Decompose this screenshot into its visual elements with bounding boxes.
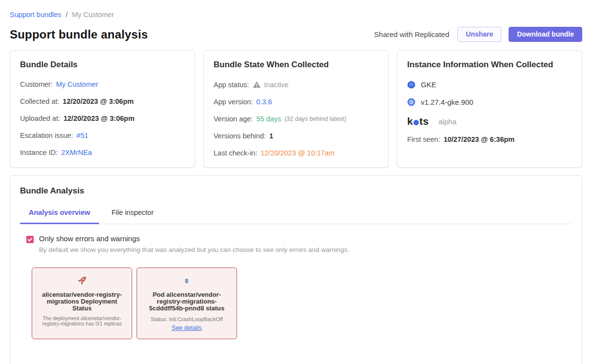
kubernetes-version-value: v1.27.4-gke.900 [421, 98, 473, 106]
broken-image-icon [185, 279, 188, 283]
escalation-issue-row: Escalation issue: #51 [20, 132, 185, 139]
shared-status-text: Shared with Replicated [374, 30, 449, 38]
collected-at-label: Collected at: [20, 97, 59, 105]
version-age-note: (32 days behind latest) [284, 115, 346, 122]
unshare-button[interactable]: Unshare [457, 27, 501, 42]
gke-icon [407, 80, 415, 89]
only-errors-checkbox[interactable] [26, 236, 34, 243]
error-card-title: Pod alicenstar/vendor-registry-migration… [143, 291, 231, 312]
breadcrumb: Support bundles / My Customer [10, 11, 582, 19]
instance-id-label: Instance ID: [20, 149, 58, 156]
customer-link[interactable]: My Customer [56, 80, 98, 88]
kubernetes-version-row: v1.27.4-gke.900 [407, 98, 572, 106]
version-age-row: Version age: 55 days (32 days behind lat… [214, 115, 378, 123]
filter-description: By default we show you everything that w… [39, 246, 349, 253]
kots-row: kts alpha [407, 115, 572, 127]
distribution-row: GKE [407, 80, 572, 89]
instance-info-title: Instance Information When Collected [407, 60, 572, 70]
app-status-value: Inactive [264, 81, 289, 89]
customer-label: Customer: [20, 80, 53, 88]
error-icon-wrap [38, 274, 126, 287]
error-card-title: alicenstar/vendor-registry-migrations De… [38, 291, 126, 312]
kots-logo-ts: ts [419, 115, 429, 127]
instance-id-row: Instance ID: 2XMrNEa [20, 149, 185, 156]
bundle-details-title: Bundle Details [20, 60, 185, 70]
kots-logo-k: k [407, 115, 413, 127]
page-title: Support bundle analysis [10, 28, 148, 41]
last-checkin-value: 12/20/2023 @ 10:17am [260, 149, 335, 157]
bundle-analysis-title: Bundle Analysis [20, 186, 572, 196]
uploaded-at-label: Uploaded at: [20, 115, 60, 122]
warning-icon [253, 80, 261, 89]
bundle-details-card: Bundle Details Customer: My Customer Col… [10, 50, 195, 168]
app-version-row: App version: 0.3.6 [214, 98, 378, 106]
versions-behind-label: Versions behind: [214, 132, 266, 140]
version-age-value: 55 days [256, 115, 281, 123]
uploaded-at-row: Uploaded at: 12/20/2023 @ 3:06pm [20, 115, 185, 122]
escalation-issue-link[interactable]: #51 [77, 132, 88, 139]
bundle-analysis-card: Bundle Analysis Analysis overview File i… [10, 175, 582, 364]
kots-channel: alpha [438, 117, 456, 126]
filter-row: Only show errors and warnings By default… [20, 234, 572, 253]
first-seen-row: First seen: 10/27/2023 @ 6:36pm [407, 135, 572, 143]
last-checkin-label: Last check-in: [214, 149, 257, 157]
filter-label[interactable]: Only show errors and warnings [39, 234, 349, 243]
tab-file-inspector[interactable]: File inspector [103, 209, 162, 224]
uploaded-at-value: 12/20/2023 @ 3:06pm [63, 115, 135, 122]
app-version-label: App version: [214, 98, 253, 106]
escalation-issue-label: Escalation issue: [20, 132, 73, 139]
version-age-label: Version age: [214, 115, 253, 123]
breadcrumb-current: My Customer [72, 11, 114, 19]
kots-logo: kts [407, 115, 429, 127]
kots-logo-dot-icon [414, 120, 419, 125]
error-card-status: Status: Init:CrashLoopBackOff [143, 316, 231, 322]
distribution-value: GKE [421, 80, 436, 89]
last-checkin-row: Last check-in: 12/20/2023 @ 10:17am [214, 149, 378, 157]
error-icon-wrap [143, 274, 231, 287]
rocket-icon [76, 275, 88, 287]
checkmark-icon [27, 237, 33, 242]
tab-analysis-overview[interactable]: Analysis overview [20, 209, 99, 224]
deployment-status-error-card[interactable]: alicenstar/vendor-registry-migrations De… [32, 268, 132, 339]
analysis-tabs: Analysis overview File inspector [20, 209, 572, 224]
pod-status-error-card[interactable]: Pod alicenstar/vendor-registry-migration… [137, 268, 237, 339]
bundle-state-title: Bundle State When Collected [214, 60, 378, 70]
breadcrumb-support-bundles-link[interactable]: Support bundles [10, 11, 61, 19]
breadcrumb-separator: / [66, 11, 68, 19]
kubernetes-icon [407, 98, 415, 106]
app-version-link[interactable]: 0.3.6 [256, 98, 272, 106]
instance-id-link[interactable]: 2XMrNEa [61, 149, 92, 156]
first-seen-label: First seen: [407, 135, 440, 143]
customer-row: Customer: My Customer [20, 80, 185, 88]
support-bundle-page: Support bundles / My Customer Support bu… [0, 0, 591, 364]
download-bundle-button[interactable]: Download bundle [509, 27, 582, 42]
versions-behind-value: 1 [269, 132, 273, 140]
instance-info-card: Instance Information When Collected GKE [397, 50, 582, 168]
page-header: Support bundle analysis Shared with Repl… [10, 27, 582, 42]
analysis-results: alicenstar/vendor-registry-migrations De… [20, 268, 572, 339]
bundle-state-card: Bundle State When Collected App status: … [203, 50, 389, 168]
app-status-label: App status: [214, 81, 249, 89]
versions-behind-row: Versions behind: 1 [214, 132, 378, 140]
info-cards-row: Bundle Details Customer: My Customer Col… [10, 50, 582, 168]
app-status-row: App status: Inactive [214, 80, 378, 89]
filter-texts: Only show errors and warnings By default… [39, 234, 349, 253]
see-details-link[interactable]: See details [172, 325, 202, 331]
header-actions: Shared with Replicated Unshare Download … [374, 27, 582, 42]
collected-at-row: Collected at: 12/20/2023 @ 3:06pm [20, 97, 185, 105]
error-card-message: The deployment alicenstar/vendor-registr… [38, 316, 126, 326]
collected-at-value: 12/20/2023 @ 3:06pm [63, 97, 134, 105]
first-seen-value: 10/27/2023 @ 6:36pm [444, 135, 515, 143]
